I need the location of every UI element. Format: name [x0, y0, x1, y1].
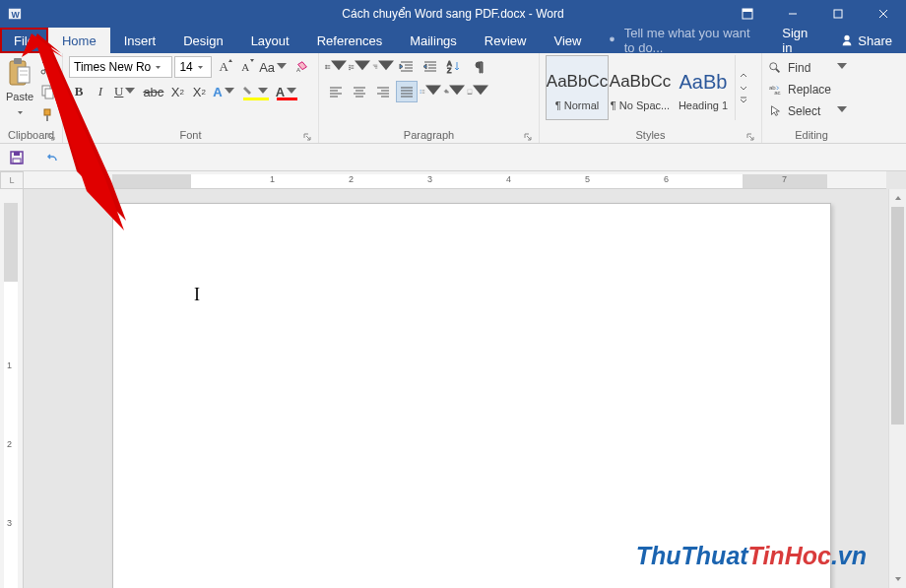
tab-insert[interactable]: Insert — [110, 28, 170, 53]
quick-access-toolbar — [0, 144, 906, 171]
svg-rect-5 — [834, 10, 842, 18]
copy-icon — [39, 84, 55, 99]
tab-layout[interactable]: Layout — [237, 28, 303, 53]
grow-font-button[interactable]: A — [214, 56, 233, 78]
tab-references[interactable]: References — [303, 28, 396, 53]
format-painter-button[interactable] — [36, 104, 58, 126]
sort-button[interactable]: AZ — [443, 56, 465, 78]
style-heading-1[interactable]: AaBb Heading 1 — [672, 55, 735, 120]
styles-launcher[interactable] — [745, 131, 755, 141]
svg-point-14 — [41, 70, 45, 74]
text-effects-button[interactable]: A — [211, 81, 237, 102]
multilevel-list-button[interactable] — [372, 56, 394, 78]
increase-indent-button[interactable] — [420, 56, 441, 78]
styles-group-label: Styles — [636, 129, 666, 141]
paste-label: Paste — [6, 91, 33, 102]
watermark: ThuThuatTinHoc.vn — [636, 542, 867, 570]
replace-button[interactable]: abacReplace — [768, 79, 855, 99]
shading-button[interactable] — [443, 81, 465, 102]
style-name: ¶ No Spac... — [611, 99, 670, 111]
svg-point-24 — [326, 66, 327, 67]
horizontal-ruler[interactable]: 1 2 3 4 5 6 7 — [24, 171, 886, 189]
font-launcher[interactable] — [302, 131, 312, 141]
underline-button[interactable]: U — [112, 81, 139, 102]
minimize-button[interactable] — [770, 0, 815, 28]
tab-mailings[interactable]: Mailings — [396, 28, 471, 53]
clipboard-launcher[interactable] — [46, 131, 56, 141]
decrease-indent-button[interactable] — [396, 56, 418, 78]
tab-home[interactable]: Home — [48, 28, 110, 53]
copy-button[interactable] — [36, 81, 58, 102]
highlight-button[interactable] — [240, 81, 272, 102]
change-case-button[interactable]: Aa — [257, 56, 291, 78]
style-name: Heading 1 — [679, 99, 728, 111]
eraser-icon: A — [295, 60, 309, 74]
scissors-icon — [39, 60, 55, 76]
shrink-font-button[interactable]: A — [235, 56, 255, 78]
justify-button[interactable] — [396, 81, 418, 102]
vertical-scrollbar[interactable] — [888, 189, 906, 588]
tab-review[interactable]: Review — [471, 28, 541, 53]
signin-link[interactable]: Sign in — [768, 28, 826, 53]
save-button[interactable] — [8, 149, 26, 166]
scroll-thumb[interactable] — [891, 207, 904, 425]
bold-button[interactable]: B — [69, 81, 89, 102]
cut-button[interactable] — [36, 57, 58, 79]
svg-rect-21 — [46, 115, 48, 121]
share-button[interactable]: Share — [826, 28, 906, 53]
align-right-button[interactable] — [372, 81, 394, 102]
bullets-button[interactable] — [325, 56, 347, 78]
tell-me-search[interactable]: Tell me what you want to do... — [595, 28, 768, 53]
strikethrough-button[interactable]: abc — [141, 81, 165, 102]
tab-selector[interactable]: L — [0, 171, 24, 189]
redo-button[interactable] — [79, 149, 97, 166]
paste-button[interactable]: Paste — [6, 55, 33, 120]
font-color-button[interactable]: A — [274, 81, 300, 102]
svg-text:3: 3 — [349, 68, 350, 70]
find-button[interactable]: Find — [768, 57, 855, 78]
styles-gallery[interactable]: AaBbCc ¶ Normal AaBbCc ¶ No Spac... AaBb… — [546, 55, 755, 120]
paragraph-launcher[interactable] — [523, 131, 533, 141]
replace-label: Replace — [788, 83, 831, 97]
search-icon — [768, 61, 782, 75]
style-name: ¶ Normal — [555, 99, 599, 111]
scroll-up-button[interactable] — [889, 189, 906, 207]
align-left-button[interactable] — [325, 81, 347, 102]
watermark-part3: .vn — [831, 542, 867, 569]
undo-button[interactable] — [43, 149, 61, 166]
cursor-icon — [768, 104, 782, 118]
font-size-combo[interactable]: 14 — [174, 56, 212, 78]
svg-line-17 — [42, 62, 50, 70]
tab-file[interactable]: File — [0, 28, 48, 53]
svg-rect-68 — [468, 90, 473, 95]
clear-formatting-button[interactable]: A — [292, 56, 312, 78]
style-no-spacing[interactable]: AaBbCc ¶ No Spac... — [609, 55, 672, 120]
close-button[interactable] — [861, 0, 906, 28]
tab-design[interactable]: Design — [169, 28, 236, 53]
svg-line-72 — [776, 68, 780, 72]
document-area: L 1 2 3 4 5 6 7 1 2 3 I — [0, 171, 906, 588]
superscript-button[interactable]: X2 — [189, 81, 209, 102]
tab-view[interactable]: View — [540, 28, 595, 53]
ribbon-display-options-button[interactable] — [725, 0, 770, 28]
borders-button[interactable] — [467, 81, 488, 102]
paste-icon — [6, 57, 33, 89]
watermark-part1: ThuThuat — [636, 542, 748, 569]
maximize-button[interactable] — [815, 0, 861, 28]
line-spacing-button[interactable] — [420, 81, 441, 102]
svg-rect-3 — [743, 9, 752, 12]
scroll-down-button[interactable] — [889, 570, 906, 588]
svg-point-15 — [49, 70, 53, 74]
align-center-button[interactable] — [349, 81, 370, 102]
numbering-button[interactable]: 123 — [349, 56, 370, 78]
vertical-ruler[interactable]: 1 2 3 — [0, 189, 24, 588]
italic-button[interactable]: I — [91, 81, 110, 102]
font-name-combo[interactable]: Times New Ro — [69, 56, 172, 78]
show-paragraph-marks-button[interactable] — [467, 56, 488, 78]
subscript-button[interactable]: X2 — [167, 81, 187, 102]
redo-icon — [81, 151, 95, 164]
style-normal[interactable]: AaBbCc ¶ Normal — [546, 55, 609, 120]
styles-more-button[interactable] — [735, 55, 750, 120]
document-page[interactable]: I — [112, 203, 831, 588]
select-button[interactable]: Select — [768, 100, 855, 121]
